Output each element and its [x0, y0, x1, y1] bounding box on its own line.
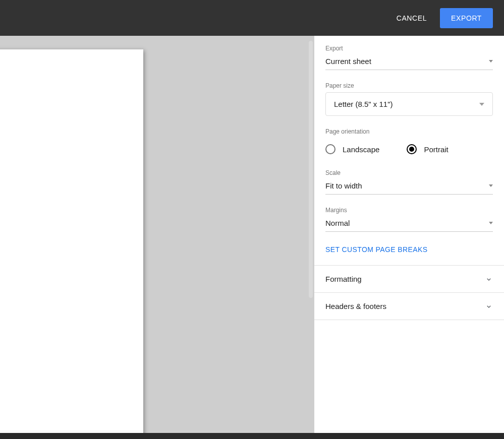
footer-bar: [0, 433, 504, 439]
dropdown-icon: [479, 103, 484, 106]
paper-size-value: Letter (8.5" x 11"): [334, 100, 393, 108]
margins-value: Normal: [325, 219, 350, 227]
preview-scrollbar[interactable]: [309, 41, 313, 298]
orientation-landscape-label: Landscape: [343, 145, 379, 154]
export-label: Export: [325, 45, 493, 52]
paper-size-select[interactable]: Letter (8.5" x 11"): [325, 92, 493, 116]
chevron-down-icon: [485, 275, 493, 283]
preview-pane: [0, 36, 314, 433]
page-orientation-section: Page orientation Landscape Portrait: [314, 119, 504, 160]
headers-footers-title: Headers & footers: [325, 302, 386, 310]
radio-icon: [407, 144, 417, 154]
export-value: Current sheet: [325, 57, 371, 66]
content-area: Export Current sheet Paper size Letter (…: [0, 36, 504, 433]
orientation-portrait-radio[interactable]: Portrait: [407, 144, 448, 154]
margins-label: Margins: [325, 207, 493, 214]
dropdown-icon: [489, 184, 493, 187]
formatting-title: Formatting: [325, 275, 362, 283]
export-select[interactable]: Current sheet: [325, 54, 493, 70]
set-custom-page-breaks-link[interactable]: SET CUSTOM PAGE BREAKS: [325, 245, 428, 254]
chevron-down-icon: [485, 302, 493, 310]
dropdown-icon: [489, 222, 493, 224]
page-preview: [0, 49, 143, 433]
custom-page-breaks-row: SET CUSTOM PAGE BREAKS: [314, 235, 504, 265]
orientation-landscape-radio[interactable]: Landscape: [325, 144, 379, 154]
scale-value: Fit to width: [325, 181, 362, 190]
paper-size-section: Paper size Letter (8.5" x 11"): [314, 73, 504, 119]
orientation-radio-group: Landscape Portrait: [325, 137, 493, 157]
scale-label: Scale: [325, 169, 493, 176]
radio-icon: [325, 144, 335, 154]
page-orientation-label: Page orientation: [325, 128, 493, 135]
export-button[interactable]: EXPORT: [440, 8, 493, 28]
margins-section: Margins Normal: [314, 198, 504, 235]
formatting-accordion[interactable]: Formatting: [314, 266, 504, 293]
scale-section: Scale Fit to width: [314, 160, 504, 198]
scale-select[interactable]: Fit to width: [325, 178, 493, 195]
cancel-button[interactable]: CANCEL: [389, 9, 434, 27]
header-bar: CANCEL EXPORT: [0, 0, 504, 36]
paper-size-label: Paper size: [325, 82, 493, 89]
headers-footers-accordion[interactable]: Headers & footers: [314, 293, 504, 320]
accordion: Formatting Headers & footers: [314, 265, 504, 320]
radio-dot-icon: [409, 147, 414, 152]
settings-sidebar: Export Current sheet Paper size Letter (…: [314, 36, 504, 433]
margins-select[interactable]: Normal: [325, 216, 493, 232]
export-section: Export Current sheet: [314, 36, 504, 73]
dropdown-icon: [489, 60, 493, 62]
orientation-portrait-label: Portrait: [424, 145, 448, 154]
